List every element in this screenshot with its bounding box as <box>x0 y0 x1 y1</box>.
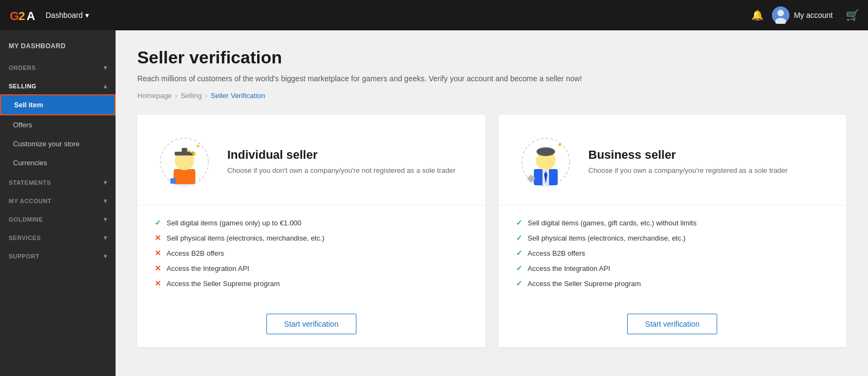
check-icon: ✓ <box>155 218 161 227</box>
sidebar-item-my-dashboard[interactable]: MY DASHBOARD <box>0 35 116 57</box>
individual-seller-card: ✦ Individual seller Choose if you don't … <box>137 115 486 347</box>
dashboard-button[interactable]: Dashboard ▾ <box>46 11 89 20</box>
svg-rect-12 <box>182 148 187 152</box>
goldmine-chevron-icon: ▾ <box>104 216 107 223</box>
check-icon: ✓ <box>516 234 522 242</box>
svg-point-14 <box>193 152 196 155</box>
breadcrumb-sep-2: › <box>205 92 207 100</box>
business-card-footer: Start verification <box>499 301 847 347</box>
sidebar-section-services[interactable]: SERVICES ▾ <box>0 228 116 246</box>
x-icon: ✕ <box>155 264 161 273</box>
breadcrumb-homepage[interactable]: Homepage <box>137 92 172 100</box>
individual-card-info: Individual seller Choose if you don't ow… <box>227 148 455 176</box>
page-subtitle: Reach millions of customers of the world… <box>137 74 846 83</box>
page-layout: MY DASHBOARD ORDERS ▾ SELLING ▴ Sell ite… <box>0 30 868 376</box>
cards-row: ✦ Individual seller Choose if you don't … <box>137 115 846 347</box>
sidebar-item-offers[interactable]: Offers <box>0 115 116 134</box>
business-card-top: ✦ Business seller Choose if you own a co… <box>499 115 847 205</box>
services-label: SERVICES <box>9 235 41 241</box>
cart-icon[interactable]: 🛒 <box>846 9 859 22</box>
user-area[interactable]: My account <box>772 7 833 24</box>
individual-card-footer: Start verification <box>137 301 486 347</box>
individual-card-top: ✦ Individual seller Choose if you don't … <box>137 115 486 205</box>
sidebar-item-currencies[interactable]: Currencies <box>0 153 116 172</box>
feature-item: ✕ Access the Seller Supreme program <box>155 279 468 288</box>
business-start-verification-button[interactable]: Start verification <box>627 314 717 334</box>
sidebar-item-sell-item[interactable]: Sell item <box>0 94 116 115</box>
business-seller-card: ✦ Business seller Choose if you own a co… <box>499 115 847 347</box>
g2a-logo[interactable]: G 2 A <box>9 5 37 25</box>
individual-card-features: ✓ Sell digital items (games only) up to … <box>137 205 486 301</box>
nav-right: 🔔 My account 🛒 <box>751 7 859 24</box>
svg-text:✦: ✦ <box>557 140 563 149</box>
selling-chevron-icon: ▴ <box>104 82 107 90</box>
business-card-features: ✓ Sell digital items (games, gift cards,… <box>499 205 847 301</box>
sidebar-section-orders[interactable]: ORDERS ▾ <box>0 57 116 76</box>
business-card-title: Business seller <box>589 148 788 162</box>
selling-label: SELLING <box>9 83 36 89</box>
sidebar-item-customize-store[interactable]: Customize your store <box>0 134 116 153</box>
check-icon: ✓ <box>516 249 522 257</box>
orders-label: ORDERS <box>9 64 36 71</box>
feature-item: ✓ Sell digital items (games only) up to … <box>155 218 468 227</box>
svg-rect-16 <box>170 178 176 184</box>
breadcrumb-current: Seller Verification <box>210 92 265 100</box>
statements-chevron-icon: ▾ <box>104 179 107 186</box>
sidebar-section-support[interactable]: SUPPORT ▾ <box>0 246 116 264</box>
business-card-desc: Choose if you own a company/you're regis… <box>589 165 788 176</box>
business-card-info: Business seller Choose if you own a comp… <box>589 148 788 176</box>
x-icon: ✕ <box>155 234 161 242</box>
svg-rect-9 <box>174 169 195 184</box>
svg-point-5 <box>777 10 784 16</box>
support-label: SUPPORT <box>9 253 40 260</box>
svg-text:A: A <box>27 9 35 23</box>
sidebar-section-goldmine[interactable]: GOLDMINE ▾ <box>0 209 116 228</box>
my-account-label: My account <box>794 11 833 20</box>
topnav: G 2 A Dashboard ▾ 🔔 My account 🛒 <box>0 0 868 30</box>
statements-label: STATEMENTS <box>9 179 51 186</box>
sidebar-section-my-account[interactable]: MY ACCOUNT ▾ <box>0 191 116 209</box>
notification-bell-icon[interactable]: 🔔 <box>751 9 763 21</box>
feature-item: ✕ Access B2B offers <box>155 249 468 257</box>
avatar <box>772 7 789 24</box>
individual-seller-illustration: ✦ <box>155 132 214 192</box>
breadcrumb-selling[interactable]: Selling <box>181 92 202 100</box>
individual-start-verification-button[interactable]: Start verification <box>266 314 356 334</box>
feature-item: ✓ Access the Seller Supreme program <box>516 279 829 288</box>
goldmine-label: GOLDMINE <box>9 216 43 223</box>
sidebar-section-statements[interactable]: STATEMENTS ▾ <box>0 172 116 191</box>
my-account-section-label: MY ACCOUNT <box>9 198 52 204</box>
check-icon: ✓ <box>516 264 522 273</box>
svg-point-22 <box>537 147 555 156</box>
breadcrumb: Homepage › Selling › Seller Verification <box>137 92 846 100</box>
main-content: Seller verification Reach millions of cu… <box>116 30 868 376</box>
check-icon: ✓ <box>516 279 522 288</box>
individual-card-title: Individual seller <box>227 148 455 162</box>
logo-area: G 2 A Dashboard ▾ <box>9 5 89 25</box>
x-icon: ✕ <box>155 279 161 288</box>
feature-item: ✕ Access the Integration API <box>155 264 468 273</box>
svg-text:✦: ✦ <box>195 142 201 150</box>
breadcrumb-sep-1: › <box>175 92 177 100</box>
check-icon: ✓ <box>516 218 522 227</box>
feature-item: ✓ Access B2B offers <box>516 249 829 257</box>
sidebar: MY DASHBOARD ORDERS ▾ SELLING ▴ Sell ite… <box>0 30 116 376</box>
svg-text:G: G <box>10 9 19 23</box>
business-seller-illustration: ✦ <box>516 132 576 192</box>
orders-chevron-icon: ▾ <box>104 64 107 72</box>
dashboard-label: Dashboard <box>46 11 83 20</box>
support-chevron-icon: ▾ <box>104 252 107 260</box>
feature-item: ✓ Sell physical items (electronics, merc… <box>516 234 829 242</box>
individual-card-desc: Choose if you don't own a company/you're… <box>227 165 455 176</box>
sidebar-section-selling[interactable]: SELLING ▴ <box>0 76 116 94</box>
feature-item: ✕ Sell physical items (electronics, merc… <box>155 234 468 242</box>
page-title: Seller verification <box>137 48 846 68</box>
svg-text:2: 2 <box>18 9 25 23</box>
feature-item: ✓ Sell digital items (games, gift cards,… <box>516 218 829 227</box>
feature-item: ✓ Access the Integration API <box>516 264 829 273</box>
x-icon: ✕ <box>155 249 161 257</box>
services-chevron-icon: ▾ <box>104 234 107 242</box>
dashboard-chevron: ▾ <box>85 11 89 20</box>
my-account-chevron-icon: ▾ <box>104 197 107 205</box>
